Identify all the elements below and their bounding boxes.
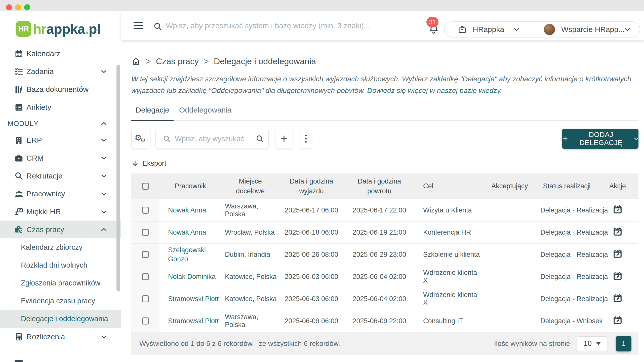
knowledge-base-link[interactable]: Dowiedz się więcej w naszej bazie wiedzy…: [367, 86, 502, 94]
cell-pracownik: Nowak Anna: [159, 199, 221, 221]
sidebar-item-baza-dokumentow[interactable]: Baza dokumentów: [0, 80, 121, 98]
delegations-table: Pracownik Miejsce docelowe Data i godzin…: [131, 173, 638, 332]
search-submit-button[interactable]: [251, 129, 268, 149]
calendar-edit-icon[interactable]: [613, 315, 623, 325]
row-checkbox-cell: [131, 243, 159, 266]
sidebar-item-label: Pracownicy: [26, 190, 65, 198]
breadcrumb-item-czas-pracy[interactable]: Czas pracy: [156, 56, 199, 66]
add-delegation-button[interactable]: DODAJ DELEGACJĘ: [562, 129, 638, 149]
sidebar-section-moduly[interactable]: MODUŁY: [0, 116, 121, 131]
employee-link[interactable]: Stramowski Piotr: [168, 295, 219, 303]
menu-hamburger-icon[interactable]: [134, 22, 143, 31]
table-settings-button[interactable]: ⚙⚙: [131, 129, 150, 149]
row-checkbox[interactable]: [142, 295, 149, 302]
sidebar-item-crm[interactable]: CRM: [0, 149, 121, 167]
table-row: Nolak Dominika Katowice, Polska 2025-06-…: [131, 266, 638, 288]
cell-status: Delegacja - Realizacja: [537, 199, 597, 221]
app-logo[interactable]: HR hrappka.pl: [16, 21, 100, 37]
sidebar-subitem-rozklad-dni-wolnych[interactable]: Rozkład dni wolnych: [0, 256, 121, 274]
page-1-button[interactable]: 1: [616, 336, 631, 351]
window-minimize-button[interactable]: [15, 4, 21, 10]
calendar-edit-icon[interactable]: [613, 271, 623, 281]
export-link[interactable]: Eksport: [131, 159, 166, 167]
sidebar-subitem-ewidencja-czasu-pracy[interactable]: Ewidencja czasu pracy: [0, 292, 121, 310]
sidebar: HR hrappka.pl Kalendarz Zadania Baza dok…: [0, 11, 121, 362]
column-header-status[interactable]: Status realizacji: [537, 173, 597, 199]
company-switcher[interactable]: HRappka: [445, 22, 529, 37]
sidebar-item-czas-pracy[interactable]: Czas pracy: [0, 221, 121, 238]
row-checkbox[interactable]: [142, 273, 149, 280]
sidebar-item-ankiety[interactable]: Ankiety: [0, 98, 121, 116]
column-header-akceptujacy[interactable]: Akceptujący: [482, 173, 537, 199]
row-checkbox[interactable]: [142, 317, 149, 324]
sidebar-item-kalendarz[interactable]: Kalendarz: [0, 45, 121, 62]
column-header-pracownik[interactable]: Pracownik: [159, 173, 221, 199]
home-icon[interactable]: [131, 57, 141, 66]
sidebar-subitem-zgloszenia-pracownikow[interactable]: Zgłoszenia pracowników: [0, 274, 121, 292]
sidebar-item-label: Zadania: [26, 67, 54, 76]
cell-status: Delegacja - Realizacja: [537, 243, 597, 266]
cell-pracownik: Nolak Dominika: [159, 266, 221, 288]
sidebar-item-label: Rekrutacje: [26, 172, 62, 180]
breadcrumb: > Czas pracy > Delegacje i oddelegowania: [131, 56, 638, 66]
employee-link[interactable]: Stramowski Piotr: [168, 317, 219, 325]
sidebar-item-rekrutacje[interactable]: Rekrutacje: [0, 167, 121, 185]
chevron-down-icon: [514, 28, 519, 31]
search-icon: [153, 22, 162, 31]
sidebar-item-rozliczenia[interactable]: Rozliczenia: [0, 328, 121, 346]
sidebar-item-label: Czas pracy: [26, 225, 64, 234]
logo-badge-icon: HR: [16, 21, 31, 37]
row-checkbox[interactable]: [142, 207, 149, 214]
company-name: HRappka: [473, 25, 504, 34]
cell-data-powrotu: 2025-06-04 02:00: [344, 266, 415, 288]
sidebar-subitem-delegacje-i-oddelegowania[interactable]: Delegacje i oddelegowania: [0, 310, 121, 328]
employee-link[interactable]: Nolak Dominika: [168, 273, 216, 280]
calendar-edit-icon[interactable]: [613, 204, 623, 214]
sidebar-item-erp[interactable]: ERP: [0, 131, 121, 149]
row-checkbox[interactable]: [142, 229, 149, 236]
table-row: Nowak Anna Wrocław, Polska 2025-06-18 06…: [131, 221, 638, 243]
sidebar-nav: Kalendarz Zadania Baza dokumentów Ankiet…: [0, 45, 121, 346]
sidebar-subitem-kalendarz-zbiorczy[interactable]: Kalendarz zbiorczy: [0, 238, 121, 256]
chevron-down-icon: [634, 137, 638, 140]
cell-miejsce-docelowe: Warszawa, Polska: [221, 310, 279, 332]
cell-akceptujacy: [482, 288, 537, 310]
calendar-edit-icon[interactable]: [613, 227, 623, 237]
calendar-edit-icon[interactable]: [613, 249, 623, 259]
breadcrumb-separator: >: [204, 56, 209, 66]
sidebar-item-zadania[interactable]: Zadania: [0, 62, 121, 80]
sidebar-item-pracownicy[interactable]: Pracownicy: [0, 185, 121, 203]
column-header-miejsce-docelowe[interactable]: Miejsce docelowe: [221, 173, 279, 199]
column-header-data-powrotu[interactable]: Data i godzina powrotu: [344, 173, 415, 199]
more-options-button[interactable]: [300, 129, 312, 149]
employee-link[interactable]: Nowak Anna: [168, 229, 206, 236]
global-search-input[interactable]: [166, 19, 417, 32]
employee-link[interactable]: Szelągowski Gonzo: [168, 246, 206, 263]
sidebar-item-miekki-hr[interactable]: Miękki HR: [0, 203, 121, 221]
cell-akceptujacy: [482, 243, 537, 266]
window-close-button[interactable]: [6, 4, 12, 10]
per-page-select[interactable]: 10: [577, 336, 608, 351]
calendar-edit-icon[interactable]: [613, 293, 623, 303]
row-checkbox[interactable]: [142, 251, 149, 258]
cell-data-wyjazdu: 2025-06-03 06:00: [279, 288, 344, 310]
sidebar-scrollbar[interactable]: [116, 65, 120, 291]
cell-miejsce-docelowe: Wrocław, Polska: [221, 221, 279, 243]
tab-oddelegowania[interactable]: Oddelegowania: [179, 106, 227, 120]
cell-cel: Wdrożenie klienta X: [415, 266, 482, 288]
employee-link[interactable]: Nowak Anna: [168, 206, 206, 214]
column-header-data-wyjazdu[interactable]: Data i godzina wyjazdu: [279, 173, 344, 199]
sidebar-item-label: Miękki HR: [26, 207, 61, 216]
table-search-input[interactable]: [175, 135, 251, 143]
cell-miejsce-docelowe: Dublin, Irlandia: [221, 243, 279, 266]
tab-delegacje[interactable]: Delegacje: [131, 106, 174, 120]
chevron-down-icon: [625, 28, 630, 31]
window-zoom-button[interactable]: [24, 4, 30, 10]
cell-data-wyjazdu: 2025-06-17 06:00: [279, 199, 344, 221]
select-all-checkbox[interactable]: [142, 183, 149, 190]
building-icon: [14, 136, 24, 145]
add-filter-button[interactable]: [275, 129, 293, 149]
column-header-cel[interactable]: Cel: [415, 173, 482, 199]
user-menu[interactable]: Wsparcie HRapp...: [529, 22, 640, 37]
sidebar-item-label: Ankiety: [26, 103, 51, 112]
